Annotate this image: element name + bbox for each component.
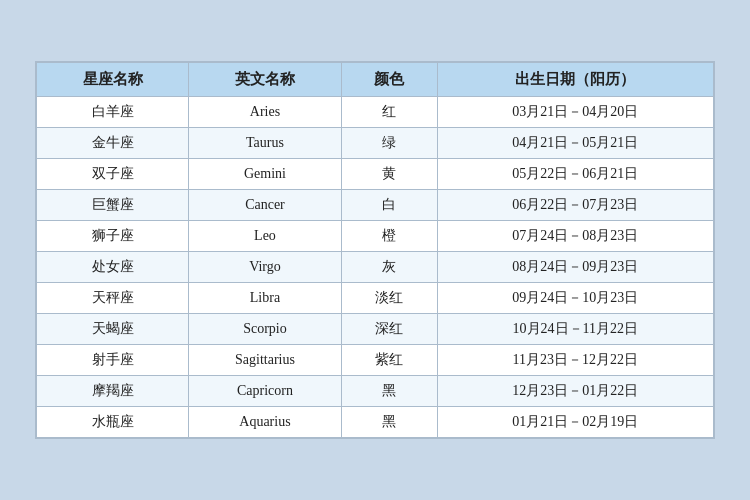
table-body: 白羊座Aries红03月21日－04月20日金牛座Taurus绿04月21日－0… bbox=[37, 97, 714, 438]
table-row: 白羊座Aries红03月21日－04月20日 bbox=[37, 97, 714, 128]
cell-color: 紫红 bbox=[341, 345, 437, 376]
header-color: 颜色 bbox=[341, 63, 437, 97]
table-row: 天蝎座Scorpio深红10月24日－11月22日 bbox=[37, 314, 714, 345]
table-row: 金牛座Taurus绿04月21日－05月21日 bbox=[37, 128, 714, 159]
cell-dates: 09月24日－10月23日 bbox=[437, 283, 713, 314]
cell-chinese: 双子座 bbox=[37, 159, 189, 190]
cell-dates: 04月21日－05月21日 bbox=[437, 128, 713, 159]
cell-color: 灰 bbox=[341, 252, 437, 283]
cell-english: Aries bbox=[189, 97, 341, 128]
cell-chinese: 处女座 bbox=[37, 252, 189, 283]
table-row: 双子座Gemini黄05月22日－06月21日 bbox=[37, 159, 714, 190]
cell-chinese: 天秤座 bbox=[37, 283, 189, 314]
cell-color: 黄 bbox=[341, 159, 437, 190]
header-english: 英文名称 bbox=[189, 63, 341, 97]
table-row: 水瓶座Aquarius黑01月21日－02月19日 bbox=[37, 407, 714, 438]
cell-english: Aquarius bbox=[189, 407, 341, 438]
cell-chinese: 水瓶座 bbox=[37, 407, 189, 438]
cell-color: 黑 bbox=[341, 407, 437, 438]
cell-dates: 07月24日－08月23日 bbox=[437, 221, 713, 252]
zodiac-table: 星座名称 英文名称 颜色 出生日期（阳历） 白羊座Aries红03月21日－04… bbox=[36, 62, 714, 438]
cell-dates: 12月23日－01月22日 bbox=[437, 376, 713, 407]
cell-color: 绿 bbox=[341, 128, 437, 159]
cell-chinese: 天蝎座 bbox=[37, 314, 189, 345]
cell-chinese: 白羊座 bbox=[37, 97, 189, 128]
cell-color: 深红 bbox=[341, 314, 437, 345]
cell-color: 淡红 bbox=[341, 283, 437, 314]
cell-english: Capricorn bbox=[189, 376, 341, 407]
cell-chinese: 摩羯座 bbox=[37, 376, 189, 407]
cell-dates: 10月24日－11月22日 bbox=[437, 314, 713, 345]
cell-dates: 11月23日－12月22日 bbox=[437, 345, 713, 376]
cell-english: Scorpio bbox=[189, 314, 341, 345]
cell-english: Gemini bbox=[189, 159, 341, 190]
cell-dates: 06月22日－07月23日 bbox=[437, 190, 713, 221]
header-chinese: 星座名称 bbox=[37, 63, 189, 97]
cell-color: 红 bbox=[341, 97, 437, 128]
cell-english: Libra bbox=[189, 283, 341, 314]
cell-english: Leo bbox=[189, 221, 341, 252]
cell-chinese: 狮子座 bbox=[37, 221, 189, 252]
cell-english: Virgo bbox=[189, 252, 341, 283]
cell-color: 黑 bbox=[341, 376, 437, 407]
cell-dates: 08月24日－09月23日 bbox=[437, 252, 713, 283]
header-dates: 出生日期（阳历） bbox=[437, 63, 713, 97]
table-row: 处女座Virgo灰08月24日－09月23日 bbox=[37, 252, 714, 283]
cell-dates: 01月21日－02月19日 bbox=[437, 407, 713, 438]
table-header-row: 星座名称 英文名称 颜色 出生日期（阳历） bbox=[37, 63, 714, 97]
cell-chinese: 金牛座 bbox=[37, 128, 189, 159]
cell-english: Taurus bbox=[189, 128, 341, 159]
table-row: 巨蟹座Cancer白06月22日－07月23日 bbox=[37, 190, 714, 221]
table-row: 天秤座Libra淡红09月24日－10月23日 bbox=[37, 283, 714, 314]
cell-chinese: 射手座 bbox=[37, 345, 189, 376]
cell-dates: 03月21日－04月20日 bbox=[437, 97, 713, 128]
table-row: 射手座Sagittarius紫红11月23日－12月22日 bbox=[37, 345, 714, 376]
cell-color: 白 bbox=[341, 190, 437, 221]
cell-dates: 05月22日－06月21日 bbox=[437, 159, 713, 190]
cell-chinese: 巨蟹座 bbox=[37, 190, 189, 221]
cell-color: 橙 bbox=[341, 221, 437, 252]
table-row: 狮子座Leo橙07月24日－08月23日 bbox=[37, 221, 714, 252]
cell-english: Sagittarius bbox=[189, 345, 341, 376]
zodiac-table-container: 星座名称 英文名称 颜色 出生日期（阳历） 白羊座Aries红03月21日－04… bbox=[35, 61, 715, 439]
cell-english: Cancer bbox=[189, 190, 341, 221]
table-row: 摩羯座Capricorn黑12月23日－01月22日 bbox=[37, 376, 714, 407]
